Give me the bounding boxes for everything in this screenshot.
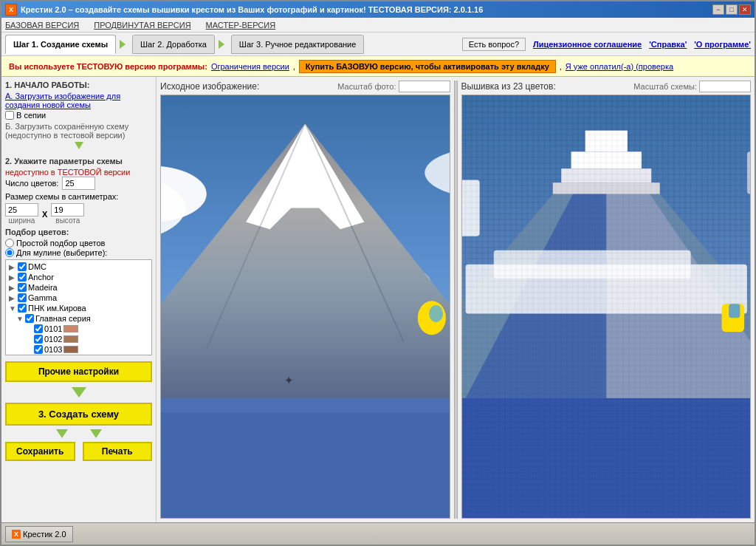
dmc-expander[interactable]: ▶ [9, 263, 16, 271]
madeira-checkbox[interactable] [18, 283, 27, 292]
main-window: X Крестик 2.0 – создавайте схемы вышивки… [0, 0, 756, 546]
tree-item-gamma: ▶ Gamma [7, 293, 150, 303]
menu-advanced[interactable]: ПРОДВИНУТАЯ ВЕРСИЯ [94, 21, 190, 30]
svg-rect-14 [161, 398, 450, 518]
help-link[interactable]: 'Справка' [649, 40, 687, 49]
tab-step3[interactable]: Шаг 3. Ручное редактирование [231, 35, 365, 54]
license-link[interactable]: Лицензионное соглашение [533, 40, 642, 49]
menu-bar: БАЗОВАЯ ВЕРСИЯ ПРОДВИНУТАЯ ВЕРСИЯ МАСТЕР… [1, 18, 755, 33]
tab-arrow-1 [120, 40, 128, 49]
close-button[interactable]: ✕ [739, 4, 751, 15]
main-series-expander[interactable]: ▼ [16, 315, 24, 323]
colors-input[interactable] [62, 177, 95, 190]
menu-master[interactable]: МАСТЕР-ВЕРСИЯ [206, 21, 276, 30]
other-settings-row: Прочие настройки [5, 361, 152, 386]
trial-comma: , [560, 62, 562, 71]
main-series-checkbox[interactable] [25, 314, 34, 323]
fork-arrow-right [90, 429, 102, 438]
tab-step2[interactable]: Шаг 2. Доработка [132, 35, 215, 54]
anchor-checkbox[interactable] [18, 273, 27, 281]
gamma-expander[interactable]: ▶ [9, 294, 16, 302]
item0103-label: 0103 [44, 345, 62, 354]
pnk-label: ПНК им.Кирова [28, 304, 86, 313]
original-image-panel: Исходное изображение: Масштаб фото: [160, 81, 450, 519]
dmc-label: DMC [28, 262, 47, 271]
tab-step1[interactable]: Шаг 1. Создание схемы [5, 35, 116, 54]
window-controls: − □ ✕ [712, 4, 751, 15]
radio-muline-label: Для мулине (выберите): [16, 248, 107, 257]
maximize-button[interactable]: □ [726, 4, 738, 15]
original-image-header: Исходное изображение: Масштаб фото: [160, 81, 450, 92]
left-panel: 1. НАЧАЛО РАБОТЫ: А. Загрузить изображен… [1, 77, 157, 522]
width-input[interactable] [5, 203, 38, 216]
trial-buy-button[interactable]: Купить БАЗОВУЮ версию, чтобы активироват… [299, 60, 556, 73]
minimize-button[interactable]: − [712, 4, 724, 15]
main-series-label: Главная серия [35, 314, 91, 323]
size-title: Размер схемы в сантиметрах: [5, 192, 152, 201]
trial-text: Вы используете ТЕСТОВУЮ версию программы… [9, 62, 207, 71]
original-image-svg: ✦ [161, 95, 450, 518]
anchor-expander[interactable]: ▶ [9, 273, 16, 281]
tree-item-0104: 0104 [7, 355, 150, 355]
other-settings-button[interactable]: Прочие настройки [5, 361, 152, 382]
svg-text:✦: ✦ [284, 374, 294, 386]
height-input[interactable] [51, 203, 84, 216]
taskbar-app-icon: X [12, 530, 21, 539]
tab-bar: Шаг 1. Создание схемы Шаг 2. Доработка Ш… [1, 33, 755, 56]
item0102-swatch [63, 335, 78, 343]
panel-splitter[interactable] [454, 81, 458, 519]
madeira-expander[interactable]: ▶ [9, 284, 16, 292]
trial-limits-link[interactable]: Ограничения версии [211, 62, 289, 71]
about-link[interactable]: 'О программе' [694, 40, 751, 49]
question-button[interactable]: Есть вопрос? [462, 38, 526, 51]
svg-rect-35 [462, 95, 751, 518]
save-button[interactable]: Сохранить [5, 442, 75, 461]
svg-point-17 [429, 305, 443, 322]
taskbar: X Крестик 2.0 [1, 522, 755, 545]
create-section: 3. Создать схему [5, 399, 152, 429]
thread-tree[interactable]: ▶ DMC ▶ Anchor ▶ Madeira [5, 259, 152, 355]
sepia-checkbox[interactable] [5, 111, 14, 120]
title-bar: X Крестик 2.0 – создавайте схемы вышивки… [1, 1, 755, 18]
dmc-checkbox[interactable] [18, 262, 27, 271]
print-button[interactable]: Печать [83, 442, 153, 461]
item0101-checkbox[interactable] [34, 324, 43, 333]
tree-item-madeira: ▶ Madeira [7, 282, 150, 293]
crossstitch-svg [462, 95, 751, 518]
original-label: Исходное изображение: [160, 81, 259, 92]
arrow-down-1 [5, 142, 152, 151]
item0102-checkbox[interactable] [34, 335, 43, 344]
window-title: Крестик 2.0 – создавайте схемы вышивки к… [21, 5, 483, 14]
radio-simple[interactable] [5, 239, 14, 248]
tree-item-0101: 0101 [7, 324, 150, 334]
crossstitch-image-header: Вышивка из 23 цветов: Масштаб схемы: [461, 81, 752, 92]
scheme-scale-input[interactable] [699, 81, 751, 92]
photo-scale-input[interactable] [399, 81, 450, 92]
gamma-checkbox[interactable] [18, 293, 27, 302]
width-group: ширина [5, 203, 38, 225]
menu-base[interactable]: БАЗОВАЯ ВЕРСИЯ [5, 21, 79, 30]
radio-simple-item: Простой подбор цветов [5, 239, 152, 248]
crossstitch-image-frame [461, 95, 752, 519]
original-image-frame: ✦ [160, 95, 450, 519]
anchor-label: Anchor [28, 273, 54, 281]
arrow-down-2 [5, 387, 152, 397]
tree-item-anchor: ▶ Anchor [7, 272, 150, 282]
taskbar-app-button[interactable]: X Крестик 2.0 [5, 526, 73, 542]
item0103-checkbox[interactable] [34, 345, 43, 354]
color-sel-title: Подбор цветов: [5, 228, 152, 236]
load-saved-text: Б. Загрузить сохранённую схему (недоступ… [5, 122, 152, 140]
x-label: X [42, 210, 47, 219]
colors-label: Число цветов: [5, 179, 58, 188]
radio-muline[interactable] [5, 248, 14, 257]
load-image-link[interactable]: А. Загрузить изображение для создания но… [5, 92, 120, 109]
section2-note: недоступно в ТЕСТОВОЙ версии [5, 168, 152, 177]
pnk-checkbox[interactable] [18, 304, 27, 313]
trial-paid-link[interactable]: Я уже оплатил(-а) (проверка [566, 62, 673, 71]
tree-item-0103: 0103 [7, 344, 150, 355]
crossstitch-image-panel: Вышивка из 23 цветов: Масштаб схемы: [461, 81, 752, 519]
radio-group: Простой подбор цветов Для мулине (выбери… [5, 239, 152, 257]
pnk-expander[interactable]: ▼ [9, 304, 16, 313]
original-scale-label: Масштаб фото: [337, 81, 450, 92]
create-scheme-button[interactable]: 3. Создать схему [5, 403, 152, 426]
